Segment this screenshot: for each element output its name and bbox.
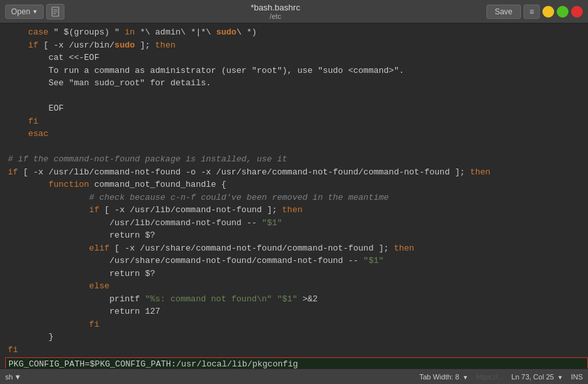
titlebar-right: Save ≡ bbox=[486, 5, 583, 19]
code-area[interactable]: case " $(groups) " in *\ admin\ *|*\ sud… bbox=[5, 23, 588, 368]
tab-width-arrow-icon: ▼ bbox=[462, 374, 468, 381]
code-line: return $? bbox=[5, 267, 588, 281]
code-line: return $? bbox=[5, 229, 588, 242]
code-line: EOF bbox=[5, 102, 588, 115]
file-title: *bash.bashrc bbox=[251, 3, 300, 12]
code-line: } bbox=[5, 331, 588, 344]
code-line: /usr/share/command-not-found/command-not… bbox=[5, 254, 588, 267]
pkg-config-line: PKG_CONFIG_PATH=$PKG_CONFIG_PATH:/usr/lo… bbox=[5, 357, 588, 368]
url-snippet: https://... bbox=[476, 373, 503, 381]
cursor-position-selector[interactable]: Ln 73, Col 25 ▼ bbox=[511, 373, 563, 381]
cursor-arrow-icon: ▼ bbox=[557, 374, 563, 381]
code-line: To run a command as administrator (user … bbox=[5, 64, 588, 77]
editor-container: case " $(groups) " in *\ admin\ *|*\ sud… bbox=[0, 23, 588, 368]
tab-width-selector[interactable]: Tab Width: 8 ▼ bbox=[419, 373, 468, 381]
code-line: /usr/lib/command-not-found -- "$1" bbox=[5, 217, 588, 230]
code-line: if [ -x /usr/lib/command-not-found ]; th… bbox=[5, 204, 588, 217]
open-button[interactable]: Open ▼ bbox=[5, 5, 44, 19]
close-button[interactable] bbox=[571, 6, 583, 18]
code-line: function command_not_found_handle { bbox=[5, 178, 588, 191]
code-line: if [ -x /usr/bin/sudo ]; then bbox=[5, 39, 588, 52]
file-icon[interactable] bbox=[46, 4, 64, 20]
code-line: elif [ -x /usr/share/command-not-found/c… bbox=[5, 242, 588, 255]
document-svg-icon bbox=[50, 7, 61, 17]
statusbar: sh ▼ Tab Width: 8 ▼ https://... Ln 73, C… bbox=[0, 368, 588, 384]
save-button[interactable]: Save bbox=[486, 5, 521, 19]
file-path: /etc bbox=[270, 12, 281, 20]
language-selector[interactable]: sh ▼ bbox=[5, 373, 21, 381]
language-label: sh bbox=[5, 373, 13, 381]
titlebar: Open ▼ *bash.bashrc /etc Save ≡ bbox=[0, 0, 588, 23]
code-line: fi bbox=[5, 318, 588, 331]
cursor-position-label: Ln 73, Col 25 bbox=[511, 373, 553, 381]
code-line: # if the command-not-found package is in… bbox=[5, 153, 588, 166]
code-line: See "man sudo_root" for details. bbox=[5, 77, 588, 90]
code-line: return 127 bbox=[5, 305, 588, 318]
open-label: Open bbox=[11, 7, 30, 16]
code-line: fi bbox=[5, 115, 588, 128]
minimize-button[interactable] bbox=[542, 6, 554, 18]
maximize-button[interactable] bbox=[557, 6, 568, 18]
code-line: printf "%s: command not found\n" "$1" >&… bbox=[5, 293, 588, 306]
code-line: if [ -x /usr/lib/command-not-found -o -x… bbox=[5, 166, 588, 179]
titlebar-center: *bash.bashrc /etc bbox=[64, 3, 486, 20]
code-line: fi bbox=[5, 344, 588, 357]
gutter-indicator bbox=[0, 23, 5, 368]
statusbar-right: Tab Width: 8 ▼ https://... Ln 73, Col 25… bbox=[419, 373, 583, 381]
code-line: cat <<-EOF bbox=[5, 51, 588, 64]
code-line: # check because c-n-f could've been remo… bbox=[5, 191, 588, 204]
open-arrow-icon: ▼ bbox=[32, 8, 38, 15]
code-line: esac bbox=[5, 128, 588, 141]
code-line bbox=[5, 90, 588, 103]
code-line: else bbox=[5, 280, 588, 293]
code-line bbox=[5, 141, 588, 154]
language-arrow-icon: ▼ bbox=[14, 373, 21, 381]
code-line: case " $(groups) " in *\ admin\ *|*\ sud… bbox=[5, 26, 588, 39]
titlebar-left: Open ▼ bbox=[5, 4, 64, 20]
menu-button[interactable]: ≡ bbox=[524, 5, 540, 19]
insert-mode-label: INS bbox=[571, 373, 583, 381]
tab-width-label: Tab Width: 8 bbox=[419, 373, 459, 381]
